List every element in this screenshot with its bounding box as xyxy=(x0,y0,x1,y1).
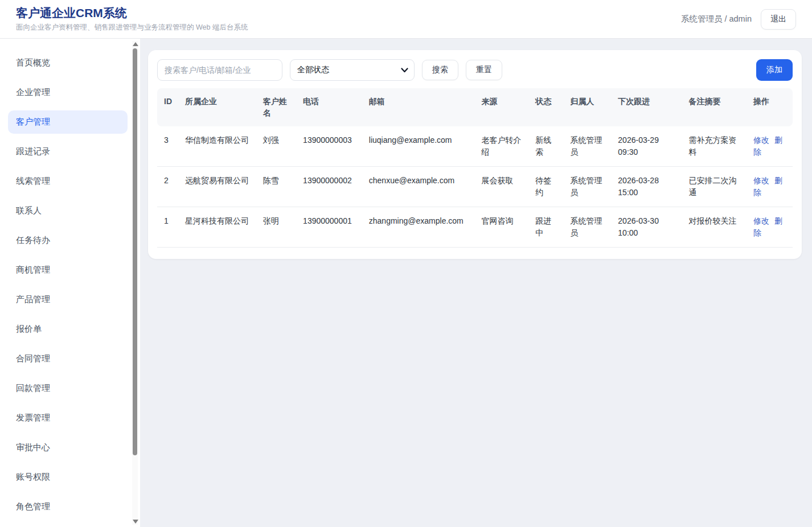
sidebar-item-label: 报价单 xyxy=(16,324,42,334)
scroll-down-arrow-icon[interactable] xyxy=(133,520,138,524)
cell-owner: 系统管理员 xyxy=(564,207,612,247)
sidebar-item[interactable]: 报价单 xyxy=(8,318,128,341)
sidebar-item[interactable]: 产品管理 xyxy=(8,288,128,311)
cell-email: chenxue@example.com xyxy=(363,166,476,207)
column-header: 备注摘要 xyxy=(683,88,748,126)
sidebar-item-label: 账号权限 xyxy=(16,472,50,481)
edit-link[interactable]: 修改 xyxy=(753,135,769,145)
sidebar-item[interactable]: 任务待办 xyxy=(8,229,128,252)
sidebar-item-label: 客户管理 xyxy=(16,117,50,126)
column-header: ID xyxy=(157,88,179,126)
logout-button[interactable]: 退出 xyxy=(761,9,796,30)
scroll-up-arrow-icon[interactable] xyxy=(133,42,138,46)
cell-id: 1 xyxy=(157,207,179,247)
cell-company: 远航贸易有限公司 xyxy=(179,166,257,207)
reset-button[interactable]: 重置 xyxy=(466,60,502,80)
sidebar-item-label: 产品管理 xyxy=(16,294,50,304)
cell-name: 张明 xyxy=(257,207,297,247)
filter-toolbar: 全部状态 搜索 重置 添加 xyxy=(157,59,793,81)
cell-id: 3 xyxy=(157,126,179,167)
table-header-row: ID所属企业客户姓名电话邮箱来源状态归属人下次跟进备注摘要操作 xyxy=(157,88,793,126)
cell-actions: 修改删除 xyxy=(748,126,793,167)
sidebar-item[interactable]: 客户管理 xyxy=(8,110,128,134)
edit-link[interactable]: 修改 xyxy=(753,176,769,185)
customers-table: ID所属企业客户姓名电话邮箱来源状态归属人下次跟进备注摘要操作 3华信制造有限公… xyxy=(157,88,793,248)
sidebar-item[interactable]: 账号权限 xyxy=(8,466,128,489)
column-header: 所属企业 xyxy=(179,88,257,126)
main-content: 全部状态 搜索 重置 添加 ID所属企业客户姓名电话邮箱来源状态归属人下次跟进备… xyxy=(140,39,812,527)
customer-management-panel: 全部状态 搜索 重置 添加 ID所属企业客户姓名电话邮箱来源状态归属人下次跟进备… xyxy=(148,50,802,259)
cell-phone: 13900000001 xyxy=(297,207,363,247)
search-button[interactable]: 搜索 xyxy=(422,60,458,80)
sidebar-item[interactable]: 导入导出 xyxy=(8,525,128,527)
cell-id: 2 xyxy=(157,166,179,207)
cell-note: 对报价较关注 xyxy=(683,207,748,247)
column-header: 邮箱 xyxy=(363,88,476,126)
column-header: 来源 xyxy=(476,88,530,126)
cell-actions: 修改删除 xyxy=(748,166,793,207)
cell-owner: 系统管理员 xyxy=(564,126,612,167)
cell-actions: 修改删除 xyxy=(748,207,793,247)
sidebar-item[interactable]: 发票管理 xyxy=(8,406,128,430)
sidebar-item[interactable]: 首页概览 xyxy=(8,51,128,75)
sidebar-item-label: 回款管理 xyxy=(16,383,50,393)
sidebar-item-label: 首页概览 xyxy=(16,57,50,67)
cell-status: 待签约 xyxy=(530,166,564,207)
status-filter-value: 全部状态 xyxy=(297,65,329,75)
sidebar-scrollbar-thumb[interactable] xyxy=(133,48,137,455)
sidebar-item[interactable]: 角色管理 xyxy=(8,495,128,518)
cell-status: 跟进中 xyxy=(530,207,564,247)
cell-phone: 13900000003 xyxy=(297,126,363,167)
sidebar: 首页概览 企业管理 客户管理 跟进记录 线索管理 联系人 任务待办 商机管理 产… xyxy=(0,39,140,527)
app-header: 客户通企业CRM系统 面向企业客户资料管理、销售跟进管理与业务流程管理的 Web… xyxy=(0,0,812,39)
column-header: 状态 xyxy=(530,88,564,126)
cell-name: 陈雪 xyxy=(257,166,297,207)
app-title: 客户通企业CRM系统 xyxy=(16,6,248,20)
column-header: 归属人 xyxy=(564,88,612,126)
cell-note: 已安排二次沟通 xyxy=(683,166,748,207)
sidebar-item[interactable]: 跟进记录 xyxy=(8,140,128,163)
cell-note: 需补充方案资料 xyxy=(683,126,748,167)
sidebar-item-label: 角色管理 xyxy=(16,501,50,511)
sidebar-item-label: 合同管理 xyxy=(16,353,50,363)
status-filter-select[interactable]: 全部状态 xyxy=(290,59,415,81)
sidebar-item[interactable]: 线索管理 xyxy=(8,170,128,193)
edit-link[interactable]: 修改 xyxy=(753,216,769,225)
sidebar-item-label: 联系人 xyxy=(16,205,42,215)
cell-company: 星河科技有限公司 xyxy=(179,207,257,247)
column-header: 操作 xyxy=(748,88,793,126)
cell-next-follow-up: 2026-03-28 15:00 xyxy=(612,166,683,207)
cell-email: zhangming@example.com xyxy=(363,207,476,247)
brand-block: 客户通企业CRM系统 面向企业客户资料管理、销售跟进管理与业务流程管理的 Web… xyxy=(16,6,248,32)
chevron-down-icon xyxy=(401,68,408,73)
sidebar-item[interactable]: 合同管理 xyxy=(8,347,128,370)
column-header: 客户姓名 xyxy=(257,88,297,126)
table-row: 2远航贸易有限公司陈雪13900000002chenxue@example.co… xyxy=(157,166,793,207)
sidebar-item[interactable]: 企业管理 xyxy=(8,81,128,104)
add-button[interactable]: 添加 xyxy=(756,59,793,81)
search-input[interactable] xyxy=(157,59,282,81)
column-header: 电话 xyxy=(297,88,363,126)
sidebar-item-label: 审批中心 xyxy=(16,442,50,452)
sidebar-scrollbar[interactable] xyxy=(132,41,138,525)
sidebar-item-label: 商机管理 xyxy=(16,265,50,274)
sidebar-item-label: 跟进记录 xyxy=(16,146,50,156)
column-header: 下次跟进 xyxy=(612,88,683,126)
sidebar-item[interactable]: 审批中心 xyxy=(8,436,128,459)
cell-phone: 13900000002 xyxy=(297,166,363,207)
user-info: 系统管理员 / admin xyxy=(681,14,752,24)
sidebar-item[interactable]: 联系人 xyxy=(8,199,128,223)
cell-next-follow-up: 2026-03-30 10:00 xyxy=(612,207,683,247)
cell-email: liuqiang@example.com xyxy=(363,126,476,167)
cell-source: 展会获取 xyxy=(476,166,530,207)
cell-name: 刘强 xyxy=(257,126,297,167)
sidebar-item-label: 任务待办 xyxy=(16,235,50,245)
sidebar-item-label: 企业管理 xyxy=(16,87,50,97)
app-subtitle: 面向企业客户资料管理、销售跟进管理与业务流程管理的 Web 端后台系统 xyxy=(16,23,248,32)
cell-source: 官网咨询 xyxy=(476,207,530,247)
cell-status: 新线索 xyxy=(530,126,564,167)
sidebar-item[interactable]: 回款管理 xyxy=(8,377,128,400)
sidebar-item[interactable]: 商机管理 xyxy=(8,258,128,282)
table-row: 3华信制造有限公司刘强13900000003liuqiang@example.c… xyxy=(157,126,793,167)
sidebar-item-label: 发票管理 xyxy=(16,413,50,422)
